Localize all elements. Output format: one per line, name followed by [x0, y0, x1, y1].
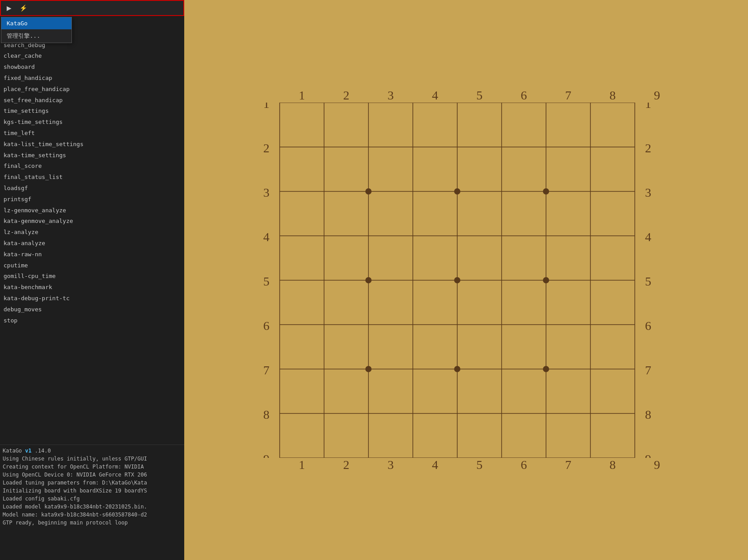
col-label-top: 2: [324, 88, 368, 103]
toolbar: ▶ ⚡ KataGo 管理引擎...: [0, 0, 184, 16]
col-label-bottom: 9: [635, 458, 679, 472]
lightning-icon: ⚡: [20, 4, 27, 12]
col-label-top: 4: [413, 88, 457, 103]
commands-list[interactable]: genmovegenmove_debugsearch_debugclear_ca…: [0, 16, 184, 445]
star-point: [543, 188, 549, 195]
svg-text:8: 8: [263, 408, 269, 421]
col-label-top: 1: [280, 88, 324, 103]
star-point: [365, 277, 372, 283]
go-board-panel: 123456789 123456789123456789 123456789: [184, 0, 748, 560]
svg-text:7: 7: [263, 363, 269, 377]
star-point: [365, 366, 372, 372]
command-item[interactable]: kata-list_time_settings: [0, 139, 184, 150]
col-label-top: 9: [635, 88, 679, 103]
command-item[interactable]: kata-raw-nn: [0, 249, 184, 260]
svg-text:3: 3: [645, 186, 651, 199]
left-panel: ▶ ⚡ KataGo 管理引擎... genmovegenmove_debugs…: [0, 0, 184, 560]
svg-text:4: 4: [263, 230, 269, 244]
star-point: [454, 277, 460, 283]
command-item[interactable]: set_free_handicap: [0, 95, 184, 106]
col-labels-top: 123456789: [253, 88, 679, 103]
col-label-bottom: 6: [502, 458, 546, 472]
command-item[interactable]: fixed_handicap: [0, 73, 184, 84]
star-point: [454, 188, 460, 195]
command-item[interactable]: kata-time_settings: [0, 150, 184, 161]
col-label-bottom: 1: [280, 458, 324, 472]
command-item[interactable]: kata-genmove_analyze: [0, 216, 184, 227]
command-item[interactable]: time_left: [0, 128, 184, 139]
svg-text:5: 5: [645, 274, 651, 288]
command-item[interactable]: place_free_handicap: [0, 84, 184, 95]
log-line: KataGo v1 .14.0: [3, 447, 182, 455]
command-item[interactable]: stop: [0, 315, 184, 326]
col-label-top: 3: [368, 88, 413, 103]
command-item[interactable]: gomill-cpu_time: [0, 271, 184, 282]
col-label-bottom: 2: [324, 458, 368, 472]
play-icon: ▶: [7, 4, 12, 12]
command-item[interactable]: final_score: [0, 161, 184, 172]
star-point: [454, 366, 460, 372]
svg-text:6: 6: [263, 319, 269, 333]
command-item[interactable]: loadsgf: [0, 183, 184, 194]
col-label-bottom: 5: [457, 458, 502, 472]
col-label-bottom: 7: [546, 458, 590, 472]
col-label-bottom: 8: [590, 458, 635, 472]
log-line: Loaded config sabaki.cfg: [3, 495, 182, 503]
command-item[interactable]: cputime: [0, 260, 184, 271]
svg-text:2: 2: [645, 141, 651, 155]
board-background: 123456789 123456789123456789 123456789: [253, 88, 679, 472]
col-label-bottom: 4: [413, 458, 457, 472]
log-line: Loaded model kata9x9-b18c384nbt-20231025…: [3, 503, 182, 511]
svg-text:1: 1: [263, 103, 269, 111]
engine-option-katago[interactable]: KataGo: [1, 17, 71, 29]
svg-text:1: 1: [645, 103, 651, 111]
svg-text:5: 5: [263, 274, 269, 288]
log-line: Model name: kata9x9-b18c384nbt-s66035878…: [3, 511, 182, 519]
board-wrapper: 123456789 123456789123456789 123456789: [184, 0, 748, 560]
col-label-top: 8: [590, 88, 635, 103]
col-label-top: 6: [502, 88, 546, 103]
command-item[interactable]: lz-genmove_analyze: [0, 205, 184, 216]
lightning-button[interactable]: ⚡: [17, 2, 29, 14]
command-item[interactable]: kgs-time_settings: [0, 117, 184, 128]
log-line: GTP ready, beginning main protocol loop: [3, 519, 182, 527]
svg-text:4: 4: [645, 230, 651, 244]
svg-text:3: 3: [263, 186, 269, 199]
star-point: [365, 188, 372, 195]
svg-text:6: 6: [645, 319, 651, 333]
engine-option-manage[interactable]: 管理引擎...: [1, 29, 71, 43]
star-point: [543, 277, 549, 283]
col-labels-bottom: 123456789: [253, 458, 679, 472]
star-point: [543, 366, 549, 372]
command-item[interactable]: clear_cache: [0, 51, 184, 62]
command-item[interactable]: printsgf: [0, 194, 184, 205]
log-line: Loaded tuning parameters from: D:\KataGo…: [3, 479, 182, 487]
col-label-top: 7: [546, 88, 590, 103]
log-line: Creating context for OpenCL Platform: NV…: [3, 463, 182, 471]
log-line: Using Chinese rules initially, unless GT…: [3, 455, 182, 463]
command-item[interactable]: kata-debug-print-tc: [0, 293, 184, 304]
log-line: Initializing board with boardXSize 19 bo…: [3, 487, 182, 495]
play-button[interactable]: ▶: [3, 2, 15, 14]
command-item[interactable]: time_settings: [0, 106, 184, 117]
command-item[interactable]: debug_moves: [0, 304, 184, 315]
command-item[interactable]: showboard: [0, 62, 184, 73]
svg-text:8: 8: [645, 408, 651, 421]
board-rows: 123456789123456789: [253, 103, 679, 458]
col-label-bottom: 3: [368, 458, 413, 472]
svg-text:9: 9: [263, 452, 269, 458]
board-svg: 123456789123456789: [253, 103, 661, 458]
command-item[interactable]: final_status_list: [0, 172, 184, 183]
svg-text:2: 2: [263, 141, 269, 155]
command-item[interactable]: lz-analyze: [0, 227, 184, 238]
command-item[interactable]: kata-analyze: [0, 238, 184, 249]
svg-text:9: 9: [645, 452, 651, 458]
col-label-top: 5: [457, 88, 502, 103]
svg-text:7: 7: [645, 363, 651, 377]
log-area: KataGo v1 .14.0Using Chinese rules initi…: [0, 445, 184, 560]
command-item[interactable]: kata-benchmark: [0, 282, 184, 293]
engine-dropdown-menu: KataGo 管理引擎...: [1, 17, 72, 43]
log-line: Using OpenCL Device 0: NVIDIA GeForce RT…: [3, 471, 182, 479]
